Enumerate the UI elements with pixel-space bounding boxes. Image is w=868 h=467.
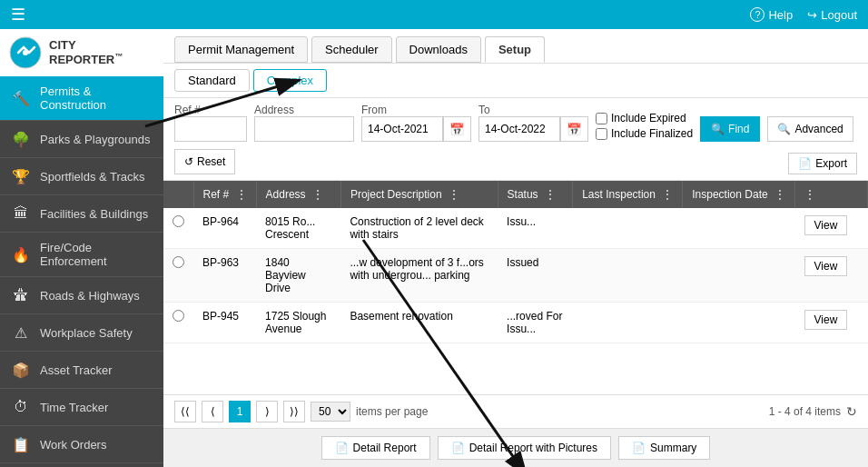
col-address-sort-icon[interactable]: ⋮ <box>312 188 323 201</box>
last-page-button[interactable]: ⟩⟩ <box>283 401 305 422</box>
facilities-icon: 🏛 <box>11 204 31 224</box>
sidebar-item-facilities-label: Facilities & Buildings <box>40 207 148 221</box>
sidebar-item-fire[interactable]: 🔥 Fire/Code Enforcement <box>0 233 163 277</box>
asset-icon: 📦 <box>11 360 31 380</box>
view-button-1[interactable]: View <box>804 215 848 235</box>
sidebar-item-asset[interactable]: 📦 Asset Tracker <box>0 352 163 389</box>
to-date-input[interactable]: 14-Oct-2022 <box>478 116 560 142</box>
from-date-input[interactable]: 14-Oct-2021 <box>361 116 443 142</box>
col-actions-icon[interactable]: ⋮ <box>804 188 815 201</box>
sidebar-item-sportfields[interactable]: 🏆 Sportfields & Tracks <box>0 158 163 195</box>
tab-bar: Permit Management Scheduler Downloads Se… <box>163 29 868 64</box>
sidebar-item-workorders-label: Work Orders <box>40 438 106 452</box>
col-actions: ⋮ <box>795 181 868 208</box>
detail-report-label: Detail Report <box>353 442 417 454</box>
include-finalized-label: Include Finalized <box>596 127 693 140</box>
sidebar-item-workplace[interactable]: ⚠ Workplace Safety <box>0 314 163 352</box>
next-page-button[interactable]: ⟩ <box>256 401 278 422</box>
row-insp-date-3 <box>683 303 795 343</box>
row-ref-2: BP-963 <box>193 249 256 303</box>
find-button[interactable]: 🔍 Find <box>700 116 760 142</box>
address-input[interactable] <box>254 116 354 142</box>
tab-setup[interactable]: Setup <box>485 36 545 63</box>
logo-text: CITYREPORTER™ <box>49 38 123 66</box>
col-last-inspection: Last Inspection ⋮ <box>573 181 683 208</box>
row-view-2: View <box>795 249 868 303</box>
col-last-sort-icon[interactable]: ⋮ <box>662 188 673 201</box>
col-address: Address ⋮ <box>256 181 340 208</box>
table-row: BP-963 1840 Bayview Drive ...w developme… <box>163 249 868 303</box>
items-per-page-select[interactable]: 50 <box>311 402 350 422</box>
sidebar-item-workorders[interactable]: 📋 Work Orders <box>0 426 163 463</box>
include-finalized-checkbox[interactable] <box>596 128 607 140</box>
col-select <box>163 181 193 208</box>
checkbox-group: Include Expired Include Finalized <box>596 112 693 140</box>
view-button-3[interactable]: View <box>804 310 848 330</box>
detail-report-pictures-button[interactable]: 📄 Detail Report with Pictures <box>438 436 611 460</box>
row-address-2: 1840 Bayview Drive <box>256 249 340 303</box>
sidebar-item-permits-label: Permits & Construction <box>40 84 153 112</box>
data-table-container: Ref # ⋮ Address ⋮ Project Description ⋮ <box>163 181 868 394</box>
reset-icon: ↺ <box>184 155 193 168</box>
ref-filter-group: Ref # <box>174 104 247 142</box>
row-last-insp-3 <box>573 303 683 343</box>
hamburger-icon[interactable]: ☰ <box>11 5 25 25</box>
page-1-button[interactable]: 1 <box>229 401 251 422</box>
sidebar-item-parks[interactable]: 🌳 Parks & Playgrounds <box>0 121 163 158</box>
sidebar-item-parks-label: Parks & Playgrounds <box>40 133 150 146</box>
row-radio-2[interactable] <box>163 249 193 303</box>
col-insp-sort-icon[interactable]: ⋮ <box>774 188 785 201</box>
detail-report-icon: 📄 <box>335 442 349 454</box>
summary-label: Summary <box>650 442 696 454</box>
prev-page-button[interactable]: ⟨ <box>202 401 223 422</box>
col-description: Project Description ⋮ <box>340 181 498 208</box>
col-desc-sort-icon[interactable]: ⋮ <box>449 188 459 201</box>
logout-link[interactable]: ↪ Logout <box>807 8 857 22</box>
subtab-complex[interactable]: Complex <box>253 69 327 92</box>
roads-icon: 🛣 <box>11 285 31 305</box>
tab-permit-management[interactable]: Permit Management <box>174 36 308 63</box>
from-calendar-button[interactable]: 📅 <box>443 116 471 142</box>
tab-downloads[interactable]: Downloads <box>396 36 481 63</box>
detail-report-button[interactable]: 📄 Detail Report <box>321 436 430 460</box>
refresh-button[interactable]: ↻ <box>846 404 857 419</box>
row-radio-3[interactable] <box>163 303 193 343</box>
row-address-3: 1725 Slough Avenue <box>256 303 340 343</box>
col-ref-sort-icon[interactable]: ⋮ <box>236 188 247 201</box>
sidebar-item-permits[interactable]: 🔨 Permits & Construction <box>0 76 163 121</box>
include-expired-checkbox[interactable] <box>596 113 607 124</box>
view-button-2[interactable]: View <box>804 256 848 276</box>
sportfields-icon: 🏆 <box>11 166 31 186</box>
row-desc-2: ...w development of 3 f...ors with under… <box>340 249 498 303</box>
sidebar-item-asset-label: Asset Tracker <box>40 363 112 377</box>
sidebar-item-time[interactable]: ⏱ Time Tracker <box>0 389 163 426</box>
parks-icon: 🌳 <box>11 129 31 149</box>
help-icon: ? <box>750 7 764 22</box>
advanced-button[interactable]: 🔍 Advanced <box>767 116 853 142</box>
reset-button[interactable]: ↺ Reset <box>174 149 235 174</box>
sidebar-item-facilities[interactable]: 🏛 Facilities & Buildings <box>0 195 163 233</box>
sidebar-item-fire-label: Fire/Code Enforcement <box>40 241 153 268</box>
sidebar-item-sportfields-label: Sportfields & Tracks <box>40 170 145 184</box>
from-label: From <box>361 104 471 116</box>
subtab-standard[interactable]: Standard <box>174 69 250 92</box>
sidebar-item-mapping[interactable]: 🗺 Mapping <box>0 463 163 467</box>
sidebar-item-roads[interactable]: 🛣 Roads & Highways <box>0 277 163 314</box>
to-calendar-button[interactable]: 📅 <box>560 116 588 142</box>
col-status-sort-icon[interactable]: ⋮ <box>545 188 556 201</box>
first-page-button[interactable]: ⟨⟨ <box>174 401 196 422</box>
ref-input[interactable] <box>174 116 247 142</box>
fire-icon: 🔥 <box>11 244 31 264</box>
to-label: To <box>478 104 588 116</box>
row-insp-date-1 <box>683 208 795 249</box>
help-link[interactable]: ? Help <box>750 7 793 22</box>
export-button[interactable]: 📄 Export <box>788 153 857 174</box>
detail-report-pictures-label: Detail Report with Pictures <box>469 442 597 454</box>
summary-button[interactable]: 📄 Summary <box>618 436 710 460</box>
row-insp-date-2 <box>683 249 795 303</box>
tab-scheduler[interactable]: Scheduler <box>311 36 392 63</box>
find-button-label: Find <box>728 123 749 135</box>
sidebar-item-workplace-label: Workplace Safety <box>40 326 133 340</box>
export-area: 📄 Export <box>788 153 857 174</box>
row-radio-1[interactable] <box>163 208 193 249</box>
